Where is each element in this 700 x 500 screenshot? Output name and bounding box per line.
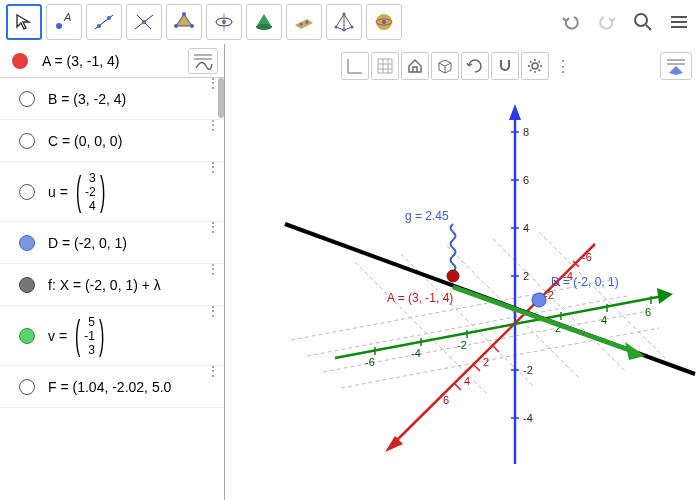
item-menu-icon[interactable]: ⋮ [206,224,220,230]
svg-point-18 [343,13,346,16]
object-label: B = (3, -2, 4) [44,91,224,107]
tool-perpendicular[interactable] [126,4,162,40]
svg-text:4: 4 [464,375,470,387]
svg-line-38 [307,296,627,356]
svg-text:4: 4 [523,222,529,234]
svg-line-43 [447,246,579,378]
tool-plane[interactable] [286,4,322,40]
item-menu-icon[interactable]: ⋮ [206,122,220,128]
item-menu-icon[interactable]: ⋮ [206,368,220,374]
object-label: D = (-2, 0, 1) [44,235,224,251]
tool-sphere[interactable] [366,4,402,40]
svg-point-21 [343,29,346,32]
algebra-header-row[interactable]: A = (3, -1, 4) [0,44,224,78]
svg-text:-4: -4 [523,412,533,424]
list-item[interactable]: C = (0, 0, 0) ⋮ [0,120,224,162]
top-toolbar: A [0,0,700,44]
svg-text:2: 2 [483,356,489,368]
object-label: u = (3-24) [44,169,224,214]
list-item[interactable]: v = (5-13) ⋮ [0,306,224,366]
visibility-toggle[interactable] [19,379,35,395]
object-label: v = (5-13) [44,313,224,358]
item-menu-icon[interactable]: ⋮ [206,308,220,314]
svg-line-37 [291,280,611,340]
list-item[interactable]: F = (1.04, -2.02, 5.0 ⋮ [0,366,224,408]
svg-point-7 [142,20,146,24]
undo-button[interactable] [556,7,586,37]
svg-text:6: 6 [443,394,449,406]
svg-line-44 [493,239,625,371]
g-label: g = 2.45 [405,209,449,223]
svg-point-24 [382,20,386,24]
search-button[interactable] [628,7,658,37]
list-item[interactable]: B = (3, -2, 4) ⋮ [0,78,224,120]
tool-cone[interactable] [246,4,282,40]
svg-text:-2: -2 [523,364,533,376]
point-bullet-A[interactable] [12,53,28,69]
algebra-panel: A = (3, -1, 4) B = (3, -2, 4) ⋮ C = (0, … [0,44,225,500]
svg-text:-2: -2 [457,339,467,351]
redo-button[interactable] [592,7,622,37]
svg-point-8 [182,12,186,16]
object-label: C = (0, 0, 0) [44,133,224,149]
algebra-list[interactable]: B = (3, -2, 4) ⋮ C = (0, 0, 0) ⋮ u = (3-… [0,78,224,500]
graphics3d-panel[interactable]: ⋮ 8 6 4 [225,44,700,500]
item-menu-icon[interactable]: ⋮ [206,266,220,272]
list-item[interactable]: f: X = (-2, 0, 1) + λ ⋮ [0,264,224,306]
point-A[interactable] [447,270,459,282]
svg-text:4: 4 [601,314,607,326]
svg-point-10 [174,24,178,28]
svg-point-9 [190,24,194,28]
y-axis: -6 -4 -2 2 4 6 [335,288,673,368]
object-A-label: A = (3, -1, 4) [42,53,119,69]
svg-text:6: 6 [645,306,651,318]
svg-line-65 [455,384,461,390]
tool-point[interactable]: A [46,4,82,40]
visibility-toggle[interactable] [19,184,35,200]
tool-polygon[interactable] [166,4,202,40]
A-label: A = (3, -1, 4) [387,291,453,305]
svg-text:8: 8 [523,126,529,138]
svg-line-64 [474,365,480,371]
svg-point-20 [335,26,338,29]
item-menu-icon[interactable]: ⋮ [206,80,220,86]
item-menu-icon[interactable]: ⋮ [206,164,220,170]
z-axis: 8 6 4 2 -2 -4 [509,104,533,464]
menu-button[interactable] [664,7,694,37]
tool-pyramid[interactable] [326,4,362,40]
svg-text:6: 6 [523,174,529,186]
svg-point-16 [306,21,309,24]
svg-line-26 [646,25,651,30]
svg-point-3 [97,24,101,28]
svg-text:A: A [63,11,71,23]
point-D[interactable] [532,293,546,307]
svg-point-4 [107,16,111,20]
svg-text:2: 2 [523,270,529,282]
svg-point-25 [635,14,647,26]
3d-canvas[interactable]: 8 6 4 2 -2 -4 [225,44,700,500]
object-label: F = (1.04, -2.02, 5.0 [44,379,224,395]
tool-move[interactable] [6,4,42,40]
visibility-toggle[interactable] [19,277,35,293]
svg-line-63 [493,346,499,352]
tool-circle[interactable] [206,4,242,40]
svg-point-15 [300,23,303,26]
segment-g[interactable] [451,224,456,272]
object-label: f: X = (-2, 0, 1) + λ [44,277,224,293]
global-actions [556,7,694,37]
svg-point-14 [256,24,272,30]
tool-line[interactable] [86,4,122,40]
visibility-toggle[interactable] [19,328,35,344]
visibility-toggle[interactable] [19,91,35,107]
algebra-stylebar-button[interactable] [188,48,218,74]
D-label: D = (-2, 0, 1) [551,275,619,289]
svg-text:-4: -4 [411,347,421,359]
visibility-toggle[interactable] [19,235,35,251]
svg-point-0 [56,23,62,29]
svg-text:-6: -6 [582,251,592,263]
list-item[interactable]: D = (-2, 0, 1) ⋮ [0,222,224,264]
svg-point-13 [222,20,226,24]
svg-text:-6: -6 [365,356,375,368]
list-item[interactable]: u = (3-24) ⋮ [0,162,224,222]
visibility-toggle[interactable] [19,133,35,149]
